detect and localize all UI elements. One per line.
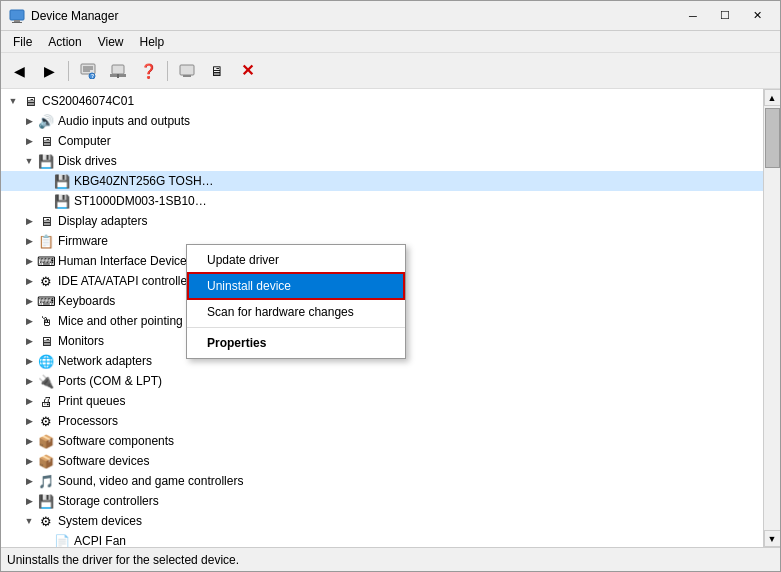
hid-label: Human Interface Device — [58, 254, 187, 268]
firmware-icon: 📋 — [37, 232, 55, 250]
ide-icon: ⚙ — [37, 272, 55, 290]
print-label: Print queues — [58, 394, 125, 408]
maximize-button[interactable]: ☐ — [710, 6, 740, 26]
ctx-update[interactable]: Update driver — [187, 248, 405, 272]
expand-hid[interactable]: ▶ — [21, 253, 37, 269]
disk-icon: 💾 — [37, 152, 55, 170]
toolbar-device[interactable]: 🖥 — [203, 57, 231, 85]
expand-sound[interactable]: ▶ — [21, 473, 37, 489]
expand-softcomp[interactable]: ▶ — [21, 433, 37, 449]
device-manager-window: Device Manager ─ ☐ ✕ File Action View He… — [0, 0, 781, 572]
network-label: Network adapters — [58, 354, 152, 368]
toolbar-properties[interactable]: ? — [74, 57, 102, 85]
menu-file[interactable]: File — [5, 33, 40, 51]
tree-item-proc[interactable]: ▶ ⚙ Processors — [1, 411, 763, 431]
tree-item-ports[interactable]: ▶ 🔌 Ports (COM & LPT) — [1, 371, 763, 391]
ctx-scan[interactable]: Scan for hardware changes — [187, 300, 405, 324]
close-button[interactable]: ✕ — [742, 6, 772, 26]
toolbar-scan[interactable] — [173, 57, 201, 85]
expand-monitors[interactable]: ▶ — [21, 333, 37, 349]
keyboard-label: Keyboards — [58, 294, 115, 308]
expand-computer[interactable]: ▶ — [21, 133, 37, 149]
menu-action[interactable]: Action — [40, 33, 89, 51]
disk2-label: ST1000DM003-1SB10… — [74, 194, 207, 208]
toolbar-help[interactable]: ❓ — [134, 57, 162, 85]
expand-display[interactable]: ▶ — [21, 213, 37, 229]
scroll-thumb[interactable] — [765, 108, 780, 168]
expand-keyboard[interactable]: ▶ — [21, 293, 37, 309]
svg-rect-9 — [112, 65, 124, 74]
tree-item-sound[interactable]: ▶ 🎵 Sound, video and game controllers — [1, 471, 763, 491]
vertical-scrollbar[interactable]: ▲ ▼ — [763, 89, 780, 547]
tree-item-system[interactable]: ▼ ⚙ System devices — [1, 511, 763, 531]
computer-label: Computer — [58, 134, 111, 148]
svg-text:?: ? — [91, 73, 94, 79]
expand-softdev[interactable]: ▶ — [21, 453, 37, 469]
disk1-label: KBG40ZNT256G TOSH… — [74, 174, 214, 188]
expand-storage[interactable]: ▶ — [21, 493, 37, 509]
expand-system[interactable]: ▼ — [21, 513, 37, 529]
svg-rect-13 — [183, 75, 191, 77]
tree-item-disk[interactable]: ▼ 💾 Disk drives — [1, 151, 763, 171]
expand-firmware[interactable]: ▶ — [21, 233, 37, 249]
audio-icon: 🔊 — [37, 112, 55, 130]
expand-root[interactable]: ▼ — [5, 93, 21, 109]
network-icon: 🌐 — [37, 352, 55, 370]
svg-rect-0 — [10, 10, 24, 20]
monitors-icon: 🖥 — [37, 332, 55, 350]
status-text: Uninstalls the driver for the selected d… — [7, 553, 239, 567]
expand-acpi1: ▶ — [37, 533, 53, 547]
monitors-label: Monitors — [58, 334, 104, 348]
tree-item-softcomp[interactable]: ▶ 📦 Software components — [1, 431, 763, 451]
expand-disk[interactable]: ▼ — [21, 153, 37, 169]
tree-item-disk2[interactable]: ▶ 💾 ST1000DM003-1SB10… — [1, 191, 763, 211]
tree-item-acpi1[interactable]: ▶ 📄 ACPI Fan — [1, 531, 763, 547]
context-menu: Update driver Uninstall device Scan for … — [186, 244, 406, 359]
tree-item-storage[interactable]: ▶ 💾 Storage controllers — [1, 491, 763, 511]
tree-item-print[interactable]: ▶ 🖨 Print queues — [1, 391, 763, 411]
toolbar-delete[interactable]: ✕ — [233, 57, 261, 85]
expand-ports[interactable]: ▶ — [21, 373, 37, 389]
scroll-up[interactable]: ▲ — [764, 89, 781, 106]
system-icon: ⚙ — [37, 512, 55, 530]
menu-view[interactable]: View — [90, 33, 132, 51]
expand-ide[interactable]: ▶ — [21, 273, 37, 289]
tree-item-softdev[interactable]: ▶ 📦 Software devices — [1, 451, 763, 471]
tree-item-computer[interactable]: ▶ 🖥 Computer — [1, 131, 763, 151]
softdev-icon: 📦 — [37, 452, 55, 470]
ide-label: IDE ATA/ATAPI controlle… — [58, 274, 199, 288]
toolbar-sep-1 — [68, 61, 69, 81]
toolbar-update[interactable] — [104, 57, 132, 85]
app-icon — [9, 8, 25, 24]
tree-root[interactable]: ▼ 🖥 CS20046074C01 — [1, 91, 763, 111]
tree-item-display[interactable]: ▶ 🖥 Display adapters — [1, 211, 763, 231]
expand-network[interactable]: ▶ — [21, 353, 37, 369]
window-controls: ─ ☐ ✕ — [678, 6, 772, 26]
firmware-label: Firmware — [58, 234, 108, 248]
system-label: System devices — [58, 514, 142, 528]
scroll-down[interactable]: ▼ — [764, 530, 781, 547]
ctx-properties[interactable]: Properties — [187, 331, 405, 355]
sound-icon: 🎵 — [37, 472, 55, 490]
menu-help[interactable]: Help — [132, 33, 173, 51]
keyboard-icon: ⌨ — [37, 292, 55, 310]
tree-item-disk1[interactable]: ▶ 💾 KBG40ZNT256G TOSH… — [1, 171, 763, 191]
tree-item-audio[interactable]: ▶ 🔊 Audio inputs and outputs — [1, 111, 763, 131]
storage-label: Storage controllers — [58, 494, 159, 508]
computer-icon: 🖥 — [37, 132, 55, 150]
acpi1-icon: 📄 — [53, 532, 71, 547]
storage-icon: 💾 — [37, 492, 55, 510]
expand-audio[interactable]: ▶ — [21, 113, 37, 129]
acpi1-label: ACPI Fan — [74, 534, 126, 547]
minimize-button[interactable]: ─ — [678, 6, 708, 26]
toolbar-back[interactable]: ◀ — [5, 57, 33, 85]
hid-icon: ⌨ — [37, 252, 55, 270]
expand-proc[interactable]: ▶ — [21, 413, 37, 429]
ctx-uninstall[interactable]: Uninstall device — [187, 272, 405, 300]
expand-mice[interactable]: ▶ — [21, 313, 37, 329]
expand-disk2: ▶ — [37, 193, 53, 209]
toolbar-sep-2 — [167, 61, 168, 81]
expand-print[interactable]: ▶ — [21, 393, 37, 409]
disk1-icon: 💾 — [53, 172, 71, 190]
toolbar-forward[interactable]: ▶ — [35, 57, 63, 85]
